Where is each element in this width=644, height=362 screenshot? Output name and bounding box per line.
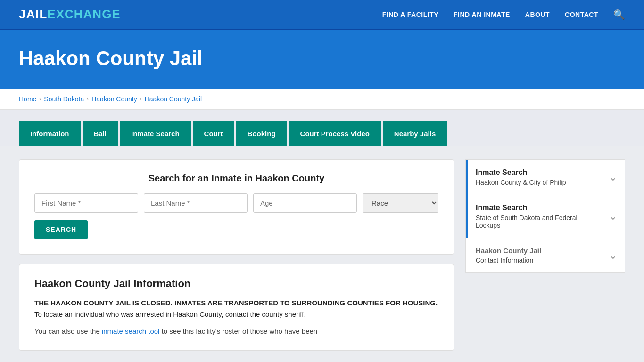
search-heading: Search for an Inmate in Haakon County (34, 173, 438, 184)
sidebar-item-title-3: Haakon County Jail (476, 247, 594, 255)
sidebar-item-title-2: Inmate Search (476, 204, 594, 212)
search-button[interactable]: SEARCH (34, 220, 88, 239)
logo-exchange: EXCHANGE (47, 7, 120, 21)
sidebar-item-content-1: Inmate Search Haakon County & City of Ph… (468, 160, 602, 195)
sidebar-item-subtitle-3: Contact Information (476, 256, 594, 264)
tab-inmate-search[interactable]: Inmate Search (120, 121, 191, 146)
info-warning-text: To locate an individual who was arrreste… (34, 310, 306, 318)
tabs-bar: Information Bail Inmate Search Court Boo… (0, 110, 644, 146)
site-header: JAILEXCHANGE FIND A FACILITY FIND AN INM… (0, 0, 644, 30)
sidebar-item-content-3: Haakon County Jail Contact Information (468, 238, 602, 272)
breadcrumb-sep-1: › (39, 96, 41, 102)
left-panel: Search for an Inmate in Haakon County Ra… (19, 159, 454, 351)
nav-find-facility[interactable]: FIND A FACILITY (382, 11, 438, 18)
sidebar-card: Inmate Search Haakon County & City of Ph… (465, 159, 625, 273)
chevron-icon-2: ⌄ (602, 195, 625, 238)
chevron-icon-3: ⌄ (602, 238, 625, 272)
tab-nearby-jails[interactable]: Nearby Jails (383, 121, 447, 146)
breadcrumb-haakon-county[interactable]: Haakon County (91, 95, 137, 103)
info-paragraph: You can also use the inmate search tool … (34, 326, 438, 337)
last-name-input[interactable] (144, 193, 248, 213)
nav-find-inmate[interactable]: FIND AN INMATE (454, 11, 510, 18)
info-paragraph-start: You can also use the (34, 327, 102, 335)
logo-jail: JAIL (19, 7, 47, 21)
age-input[interactable] (253, 193, 357, 213)
inmate-search-link[interactable]: inmate search tool (102, 327, 160, 335)
breadcrumb-south-dakota[interactable]: South Dakota (44, 95, 84, 103)
search-fields: Race White Black Hispanic Asian Native A… (34, 193, 438, 213)
header-search-button[interactable]: 🔍 (613, 9, 625, 20)
info-warning-bold: THE HAAKON COUNTY JAIL IS CLOSED. INMATE… (34, 299, 438, 307)
breadcrumb-bar: Home › South Dakota › Haakon County › Ha… (0, 89, 644, 110)
site-logo[interactable]: JAILEXCHANGE (19, 7, 121, 22)
inmate-search-card: Search for an Inmate in Haakon County Ra… (19, 159, 454, 255)
breadcrumb-haakon-county-jail[interactable]: Haakon County Jail (145, 95, 202, 103)
breadcrumb-home[interactable]: Home (19, 95, 36, 103)
right-sidebar: Inmate Search Haakon County & City of Ph… (465, 159, 625, 351)
breadcrumb-sep-3: › (140, 96, 142, 102)
tab-bail[interactable]: Bail (83, 121, 118, 146)
main-content: Search for an Inmate in Haakon County Ra… (0, 146, 644, 362)
breadcrumb: Home › South Dakota › Haakon County › Ha… (19, 95, 625, 103)
breadcrumb-sep-2: › (87, 96, 89, 102)
tab-court[interactable]: Court (193, 121, 234, 146)
first-name-input[interactable] (34, 193, 138, 213)
sidebar-item-subtitle-1: Haakon County & City of Philip (476, 179, 594, 186)
info-card: Haakon County Jail Information THE HAAKO… (19, 264, 454, 351)
info-heading: Haakon County Jail Information (34, 278, 438, 290)
tab-court-process-video[interactable]: Court Process Video (289, 121, 381, 146)
sidebar-item-contact-info[interactable]: Haakon County Jail Contact Information ⌄ (466, 238, 625, 272)
main-nav: FIND A FACILITY FIND AN INMATE ABOUT CON… (382, 9, 625, 20)
sidebar-item-subtitle-2: State of South Dakota and Federal Lockup… (476, 214, 594, 229)
race-select[interactable]: Race White Black Hispanic Asian Native A… (363, 193, 438, 213)
nav-contact[interactable]: CONTACT (565, 11, 598, 18)
chevron-icon-1: ⌄ (602, 160, 625, 195)
sidebar-item-content-2: Inmate Search State of South Dakota and … (468, 195, 602, 238)
sidebar-item-inmate-search-local[interactable]: Inmate Search Haakon County & City of Ph… (466, 160, 625, 195)
info-paragraph-end: to see this facility's roster of those w… (159, 327, 317, 335)
tabs-container: Information Bail Inmate Search Court Boo… (19, 121, 625, 146)
hero-section: Haakon County Jail (0, 30, 644, 89)
tab-booking[interactable]: Booking (236, 121, 287, 146)
sidebar-item-title-1: Inmate Search (476, 168, 594, 177)
sidebar-item-inmate-search-state[interactable]: Inmate Search State of South Dakota and … (466, 195, 625, 238)
nav-about[interactable]: ABOUT (525, 11, 550, 18)
info-warning: THE HAAKON COUNTY JAIL IS CLOSED. INMATE… (34, 297, 438, 320)
page-title: Haakon County Jail (19, 47, 625, 70)
tab-information[interactable]: Information (19, 121, 81, 146)
